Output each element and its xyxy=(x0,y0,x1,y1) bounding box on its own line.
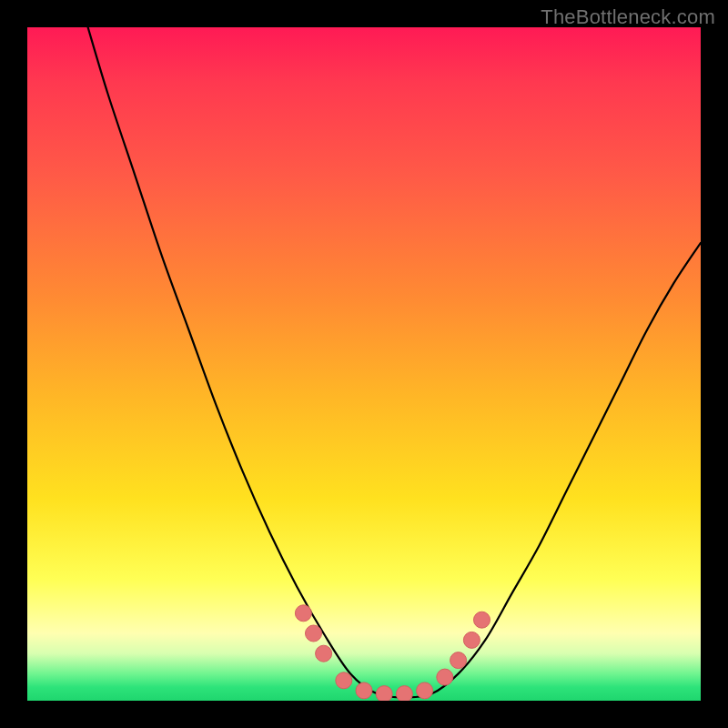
highlight-dot xyxy=(306,625,322,642)
highlight-dot xyxy=(336,672,352,689)
bottleneck-curve xyxy=(88,27,701,697)
plot-area xyxy=(27,27,701,701)
highlight-dot xyxy=(295,605,311,622)
highlight-dot xyxy=(417,682,433,699)
highlight-dot xyxy=(356,682,372,699)
highlight-dot xyxy=(437,669,453,685)
highlight-dot xyxy=(450,652,467,669)
chart-frame: TheBottleneck.com xyxy=(0,0,728,728)
highlight-dot xyxy=(396,686,412,701)
watermark-text: TheBottleneck.com xyxy=(541,5,715,29)
highlight-dot xyxy=(463,632,480,648)
bottleneck-curve-svg xyxy=(27,27,701,701)
highlight-dots-group xyxy=(295,605,490,701)
highlight-dot xyxy=(316,645,332,662)
highlight-dot xyxy=(474,612,490,628)
highlight-dot xyxy=(376,686,392,701)
